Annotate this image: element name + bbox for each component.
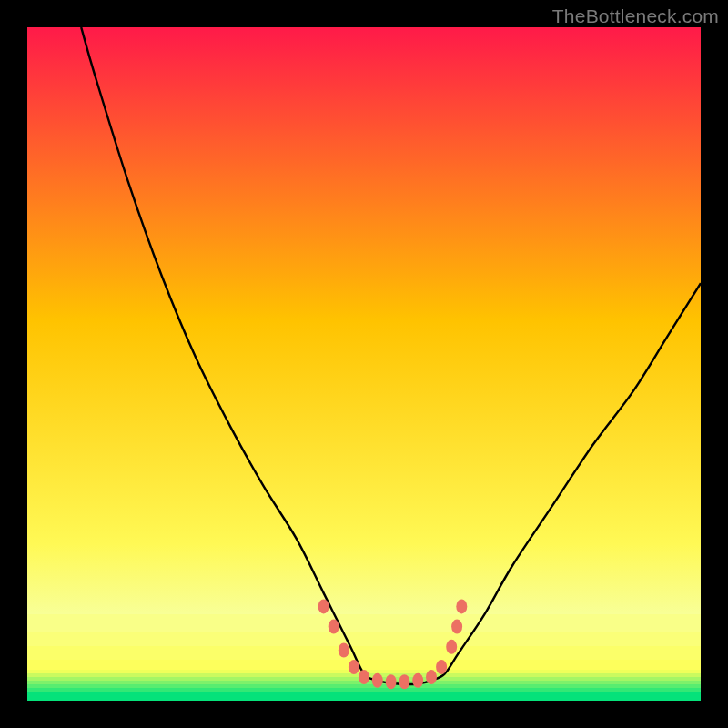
marker-dot	[456, 599, 467, 613]
marker-dot	[412, 673, 423, 688]
watermark-text: TheBottleneck.com	[552, 5, 719, 27]
chart-frame: TheBottleneck.com	[0, 0, 728, 728]
marker-dot	[329, 620, 339, 634]
marker-dot	[359, 670, 369, 684]
bottleneck-curve	[81, 27, 701, 684]
marker-dot	[386, 674, 397, 689]
marker-dot	[426, 670, 437, 684]
marker-dot	[446, 640, 457, 654]
marker-dot	[372, 673, 383, 688]
plateau-markers	[318, 599, 468, 689]
marker-dot	[318, 599, 329, 613]
marker-dot	[436, 660, 447, 674]
marker-dot	[339, 643, 349, 658]
marker-dot	[349, 660, 359, 674]
marker-dot	[399, 674, 410, 689]
chart-svg	[27, 27, 701, 701]
marker-dot	[451, 620, 462, 634]
plot-area	[27, 27, 701, 701]
